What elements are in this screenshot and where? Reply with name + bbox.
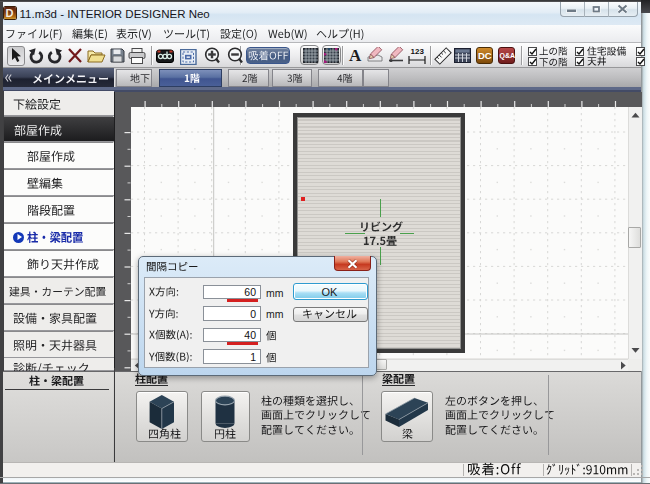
svg-text:123: 123 xyxy=(411,47,425,56)
